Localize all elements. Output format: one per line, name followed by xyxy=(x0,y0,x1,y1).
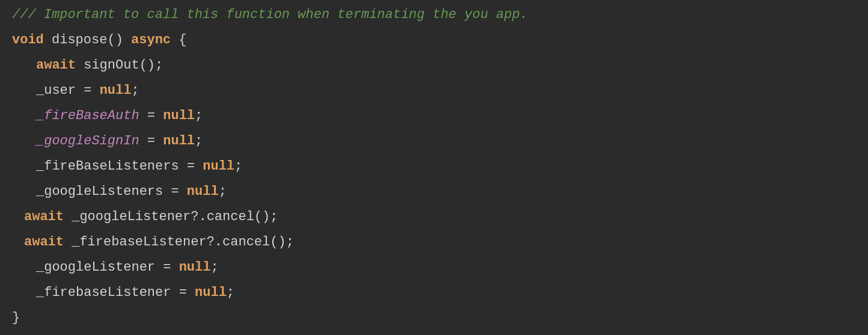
code-line-await-firebaselistener: await _firebaseListener?.cancel(); xyxy=(0,230,868,255)
call-signout: signOut(); xyxy=(76,53,163,78)
keyword-await-3: await xyxy=(24,230,64,255)
space-2 xyxy=(139,103,147,129)
op-eq-3: = xyxy=(147,129,155,154)
call-googlelistener-cancel: _googleListener?.cancel(); xyxy=(64,204,278,230)
semi-2: ; xyxy=(195,103,203,129)
semi-6: ; xyxy=(210,255,218,280)
code-line-googlelistener-null: _googleListener = null; xyxy=(0,255,868,280)
code-line-firebaselistener-null: _firebaseListener = null; xyxy=(0,280,868,306)
op-eq-2: = xyxy=(147,103,155,129)
open-brace: { xyxy=(171,28,186,53)
code-line-void-dispose: void dispose() async { xyxy=(0,28,868,53)
semi-1: ; xyxy=(131,78,139,103)
null-4: null xyxy=(203,154,234,179)
null-2: null xyxy=(163,103,195,129)
var-firebaselisteners: _fireBaseListeners xyxy=(36,154,187,179)
keyword-async: async xyxy=(131,28,171,53)
op-eq-4: = xyxy=(187,154,195,179)
method-name: dispose() xyxy=(44,28,131,53)
null-1: null xyxy=(100,78,132,103)
op-eq-1: = xyxy=(84,78,91,103)
keyword-await-1: await xyxy=(36,53,76,78)
null-5: null xyxy=(187,179,219,204)
code-line-await-signout: await signOut(); xyxy=(0,53,868,78)
semi-5: ; xyxy=(219,179,227,204)
null-3: null xyxy=(163,129,195,154)
semi-7: ; xyxy=(227,280,234,306)
code-line-firebaseauth-null: _fireBaseAuth = null; xyxy=(0,103,868,129)
var-googlelistener: _googleListener xyxy=(36,255,163,280)
op-eq-5: = xyxy=(171,179,179,204)
code-line-firebaselisteners-null: _fireBaseListeners = null; xyxy=(0,154,868,179)
var-googlelisteners: _googleListeners xyxy=(36,179,171,204)
null-7: null xyxy=(195,280,227,306)
semi-3: ; xyxy=(195,129,203,154)
var-user: _user xyxy=(36,78,84,103)
var-googlesignin: _googleSignIn xyxy=(36,129,139,154)
space-8 xyxy=(171,255,179,280)
op-eq-6: = xyxy=(163,255,171,280)
call-firebaselistener-cancel: _firebaseListener?.cancel(); xyxy=(64,230,294,255)
code-line-close-brace: } xyxy=(0,306,868,331)
var-firebaseauth: _fireBaseAuth xyxy=(36,103,139,129)
space-7 xyxy=(179,179,187,204)
code-line-googlelisteners-null: _googleListeners = null; xyxy=(0,179,868,204)
code-line-await-googlelistener: await _googleListener?.cancel(); xyxy=(0,204,868,230)
space-6 xyxy=(195,154,203,179)
op-eq-7: = xyxy=(179,280,187,306)
space-4 xyxy=(139,129,147,154)
keyword-await-2: await xyxy=(24,204,64,230)
space-3 xyxy=(155,103,163,129)
comment-text: /// Important to call this function when… xyxy=(12,2,528,28)
null-6: null xyxy=(179,255,211,280)
code-line-googlesignin-null: _googleSignIn = null; xyxy=(0,129,868,154)
space-1 xyxy=(91,78,99,103)
space-9 xyxy=(187,280,195,306)
semi-4: ; xyxy=(234,154,242,179)
space-5 xyxy=(155,129,163,154)
code-line-comment: /// Important to call this function when… xyxy=(0,2,868,28)
keyword-void: void xyxy=(12,28,44,53)
code-editor: /// Important to call this function when… xyxy=(0,0,868,335)
var-firebaselistener: _firebaseListener xyxy=(36,280,179,306)
close-brace: } xyxy=(12,306,20,331)
code-line-user-null: _user = null; xyxy=(0,78,868,103)
